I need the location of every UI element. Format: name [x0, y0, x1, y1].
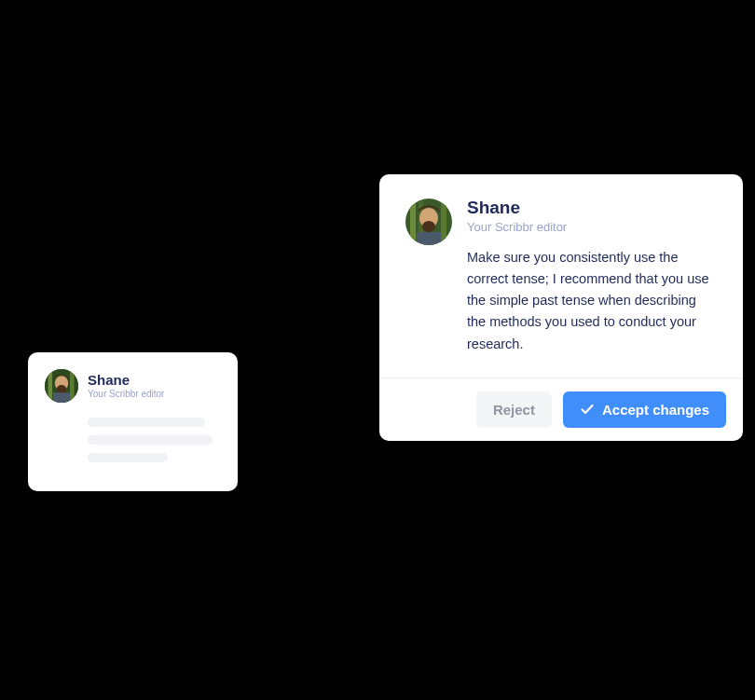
svg-point-14 [422, 221, 435, 232]
card-body: Shane Your Scribbr editor Make sure you … [379, 174, 743, 377]
card-header: Shane Your Scribbr editor [45, 369, 221, 403]
reject-label: Reject [493, 402, 535, 418]
card-footer: Reject Accept changes [379, 377, 743, 441]
accept-button[interactable]: Accept changes [563, 391, 726, 428]
svg-rect-11 [441, 200, 446, 243]
editor-info: Shane Your Scribbr editor [88, 373, 164, 400]
avatar [45, 369, 78, 403]
skeleton-line [88, 435, 213, 445]
skeleton-line [88, 418, 205, 427]
svg-point-6 [57, 385, 67, 393]
editor-role: Your Scribbr editor [88, 389, 164, 399]
comment-card-expanded: Shane Your Scribbr editor Make sure you … [379, 174, 743, 441]
reject-button[interactable]: Reject [476, 391, 552, 428]
editor-name: Shane [88, 373, 164, 389]
svg-rect-7 [53, 392, 70, 403]
svg-rect-3 [48, 371, 53, 401]
skeleton-placeholder [45, 418, 221, 462]
comment-text: Make sure you consistently use the corre… [467, 247, 717, 355]
comment-content: Shane Your Scribbr editor Make sure you … [467, 199, 717, 355]
editor-role: Your Scribbr editor [467, 220, 717, 234]
accept-label: Accept changes [602, 402, 709, 418]
avatar [405, 199, 452, 245]
check-icon [580, 402, 595, 417]
svg-rect-4 [70, 371, 75, 401]
editor-name: Shane [467, 199, 717, 218]
svg-rect-15 [417, 232, 441, 245]
comment-card-collapsed[interactable]: Shane Your Scribbr editor [28, 352, 238, 491]
skeleton-line [88, 453, 168, 462]
svg-rect-10 [410, 200, 416, 243]
